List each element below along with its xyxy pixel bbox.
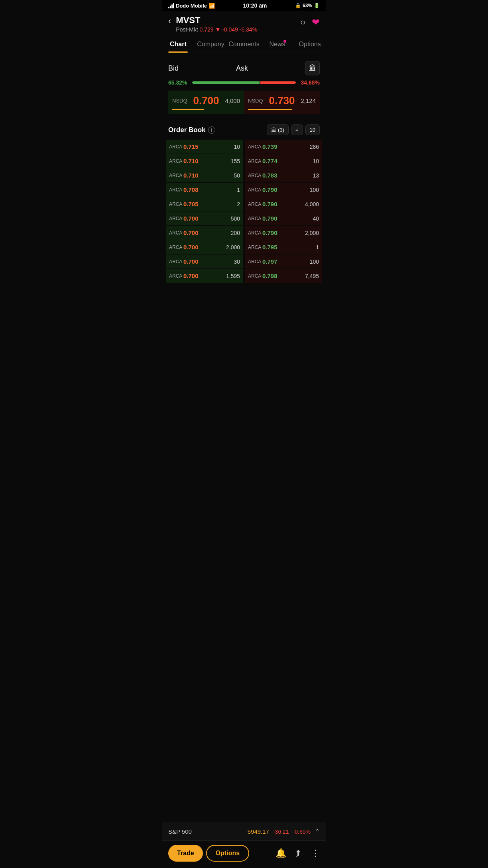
nav-tabs: Chart Company Comments News Options [162, 33, 326, 53]
ask-exchange: NSDQ [248, 98, 263, 104]
bid-price: 0.700 [183, 258, 234, 265]
bid-price: 0.700 [183, 229, 231, 236]
order-book-table: ARCA 0.715 10 ARCA 0.710 155 ARCA 0.710 … [162, 139, 326, 283]
bid-row[interactable]: ARCA 0.700 1,595 [166, 269, 243, 283]
bid-exchange: ARCA [169, 216, 183, 221]
options-button[interactable]: Options [206, 845, 249, 862]
bid-qty: 500 [231, 215, 240, 222]
more-icon[interactable]: ⋮ [311, 848, 320, 858]
asks-side: ARCA 0.739 286 ARCA 0.774 10 ARCA 0.783 … [244, 139, 323, 283]
ask-row[interactable]: ARCA 0.790 2,000 [245, 226, 322, 240]
price-pct: -6.34% [240, 26, 257, 33]
sp500-change: -36.21 [273, 829, 289, 835]
exchange-count: (3) [278, 127, 284, 133]
ask-price: 0.797 [262, 258, 310, 265]
bell-icon[interactable]: 🔔 [275, 848, 286, 858]
ask-label: Ask [236, 64, 248, 73]
bid-row[interactable]: ARCA 0.700 2,000 [166, 240, 243, 254]
bid-row[interactable]: ARCA 0.710 50 [166, 168, 243, 182]
trade-button[interactable]: Trade [168, 845, 203, 862]
ask-row[interactable]: ARCA 0.790 100 [245, 183, 322, 197]
favorite-icon[interactable]: ❤ [312, 17, 320, 28]
share-icon[interactable]: ⮭ [294, 848, 303, 858]
ask-exchange: ARCA [248, 273, 262, 279]
bid-row[interactable]: ARCA 0.700 500 [166, 211, 243, 225]
tab-company[interactable]: Company [195, 37, 227, 53]
bid-price: 0.710 [183, 158, 231, 164]
exchange-filter-btn[interactable]: 🏛 (3) [267, 124, 289, 135]
sp500-name: S&P 500 [168, 828, 192, 835]
ask-qty: 286 [310, 144, 319, 150]
bid-row[interactable]: ARCA 0.700 30 [166, 254, 243, 268]
ask-qty: 1 [316, 244, 319, 251]
bid-exchange: ARCA [169, 173, 183, 178]
ask-qty: 100 [310, 187, 319, 193]
exchange-icon[interactable]: 🏛 [305, 61, 320, 75]
post-mkt-label: Post-Mkt [176, 26, 198, 33]
bid-qty: 1,595 [226, 273, 240, 279]
sp500-pct: -0.60% [293, 829, 311, 835]
sp500-bar[interactable]: S&P 500 5949.17 -36.21 -0.60% ⌃ [162, 822, 326, 841]
bid-exchange: ARCA [169, 144, 183, 150]
ask-row[interactable]: ARCA 0.797 100 [245, 254, 322, 268]
bid-exchange: ARCA [169, 187, 183, 193]
bank-icon: 🏛 [271, 127, 276, 133]
post-mkt-price-val: 0.729 [199, 26, 213, 33]
order-book-info-icon[interactable]: i [208, 126, 215, 134]
best-prices-row: NSDQ 0.700 4,000 NSDQ 0.730 2,124 [168, 91, 320, 114]
tab-options[interactable]: Options [293, 37, 326, 53]
bid-exchange: ARCA [169, 158, 183, 164]
bid-bar [192, 81, 260, 84]
best-bid-price: 0.700 [193, 95, 219, 107]
bid-exchange: ARCA [169, 201, 183, 207]
bid-ask-bar-container [192, 81, 296, 84]
ask-row[interactable]: ARCA 0.739 286 [245, 140, 322, 154]
best-ask-qty: 2,124 [301, 97, 316, 104]
ask-row[interactable]: ARCA 0.783 13 [245, 168, 322, 182]
header-left: ‹ MVST Post-Mkt 0.729 ▼ -0.049 -6.34% [168, 15, 257, 33]
ask-price: 0.783 [262, 172, 313, 179]
bid-row[interactable]: ARCA 0.700 200 [166, 226, 243, 240]
back-button[interactable]: ‹ [168, 16, 171, 26]
bid-row[interactable]: ARCA 0.715 10 [166, 140, 243, 154]
tab-chart[interactable]: Chart [162, 37, 195, 53]
ask-price: 0.798 [262, 272, 305, 279]
ask-price: 0.790 [262, 229, 305, 236]
price-arrow-icon: ▼ [215, 26, 220, 33]
bottom-nav: Trade Options 🔔 ⮭ ⋮ [162, 840, 326, 868]
news-notification-dot [283, 40, 286, 43]
bid-row[interactable]: ARCA 0.710 155 [166, 154, 243, 168]
filter-btn[interactable]: ≡ [291, 124, 303, 135]
signal-bars [168, 3, 174, 8]
order-book-title: Order Book i [168, 126, 215, 134]
bid-row[interactable]: ARCA 0.705 2 [166, 197, 243, 211]
best-ask-col: NSDQ 0.730 2,124 [244, 91, 320, 114]
bid-row[interactable]: ARCA 0.708 1 [166, 183, 243, 197]
ask-row[interactable]: ARCA 0.798 7,495 [245, 269, 322, 283]
bid-exchange: ARCA [169, 259, 183, 264]
ask-row[interactable]: ARCA 0.795 1 [245, 240, 322, 254]
ticker-price-info: Post-Mkt 0.729 ▼ -0.049 -6.34% [176, 26, 257, 33]
order-book-label: Order Book [168, 126, 206, 134]
tab-news[interactable]: News [261, 37, 294, 53]
ask-exchange: ARCA [248, 245, 262, 250]
search-icon[interactable]: ○ [300, 17, 305, 28]
ask-exchange: ARCA [248, 230, 262, 236]
ask-percentage: 34.68% [299, 79, 320, 86]
ask-row[interactable]: ARCA 0.790 40 [245, 211, 322, 225]
bid-yellow-bar [172, 109, 204, 110]
price-change: -0.049 [222, 26, 238, 33]
ask-qty: 13 [313, 172, 319, 179]
bid-ask-labels: Bid Ask 🏛 [168, 61, 320, 75]
bid-price: 0.710 [183, 172, 234, 179]
ask-exchange: ARCA [248, 201, 262, 207]
ask-row[interactable]: ARCA 0.790 4,000 [245, 197, 322, 211]
header: ‹ MVST Post-Mkt 0.729 ▼ -0.049 -6.34% ○ … [162, 11, 326, 33]
ask-row[interactable]: ARCA 0.774 10 [245, 154, 322, 168]
wifi-icon: 📶 [209, 3, 215, 9]
bid-qty: 30 [234, 258, 240, 265]
bid-price: 0.700 [183, 244, 226, 251]
tab-comments[interactable]: Comments [227, 37, 261, 53]
bid-exchange: ARCA [169, 273, 183, 279]
depth-btn[interactable]: 10 [305, 124, 320, 135]
